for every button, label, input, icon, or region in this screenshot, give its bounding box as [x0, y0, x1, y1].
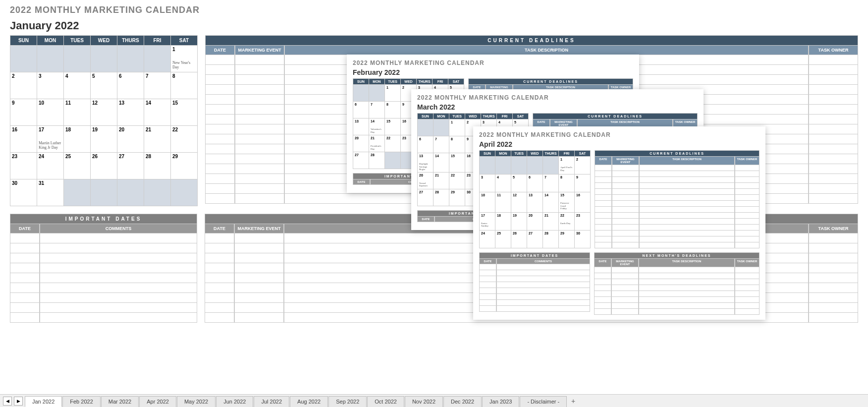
calendar-cell[interactable]: 27: [117, 153, 144, 179]
panel-row[interactable]: [594, 297, 760, 303]
calendar-cell[interactable]: 20Vernal Equinox: [418, 172, 434, 189]
calendar-cell[interactable]: [385, 152, 401, 169]
calendar-cell[interactable]: [511, 157, 527, 174]
panel-row[interactable]: [595, 225, 760, 231]
calendar-cell[interactable]: 15: [449, 153, 465, 173]
calendar-cell[interactable]: [480, 157, 495, 174]
calendar-cell[interactable]: 15Passover Good Friday: [559, 192, 575, 213]
calendar-cell[interactable]: 28: [144, 153, 171, 179]
panel-row[interactable]: [595, 183, 760, 189]
panel-row[interactable]: [595, 165, 760, 171]
calendar-cell[interactable]: 1April Fool's Day: [559, 157, 575, 174]
calendar-cell[interactable]: 1: [449, 119, 465, 136]
calendar-cell[interactable]: 10: [37, 99, 64, 126]
calendar-cell[interactable]: [91, 179, 117, 206]
calendar-cell[interactable]: 13: [353, 118, 369, 135]
calendar-cell[interactable]: [91, 46, 117, 72]
tab-nav-next[interactable]: ▶: [14, 397, 23, 406]
panel-row[interactable]: [479, 306, 590, 312]
calendar-cell[interactable]: 8: [385, 102, 401, 118]
sheet-tab[interactable]: - Disclaimer -: [520, 396, 567, 407]
calendar-cell[interactable]: 1New Year's Day: [171, 46, 198, 72]
calendar-cell[interactable]: 22: [385, 135, 401, 152]
panel-row[interactable]: [10, 313, 197, 323]
calendar-cell[interactable]: 19: [511, 212, 527, 230]
calendar-cell[interactable]: [64, 46, 91, 72]
calendar-cell[interactable]: [369, 85, 385, 102]
panel-row[interactable]: [595, 207, 760, 213]
panel-row[interactable]: [479, 282, 590, 288]
panel-row[interactable]: [10, 243, 197, 253]
sheet-tab[interactable]: Dec 2022: [443, 396, 482, 407]
calendar-cell[interactable]: [10, 46, 37, 72]
calendar-cell[interactable]: 11: [495, 192, 511, 213]
calendar-cell[interactable]: 23: [10, 153, 37, 179]
calendar-cell[interactable]: [144, 46, 171, 72]
panel-row[interactable]: [10, 233, 197, 243]
panel-row[interactable]: [594, 279, 760, 285]
calendar-cell[interactable]: [64, 179, 91, 206]
calendar-cell[interactable]: [117, 46, 144, 72]
sheet-tab[interactable]: Feb 2022: [62, 396, 100, 407]
panel-row[interactable]: [595, 177, 760, 183]
calendar-cell[interactable]: 27: [527, 230, 543, 248]
calendar-cell[interactable]: 19: [91, 126, 117, 153]
calendar-cell[interactable]: 8: [171, 72, 198, 99]
calendar-cell[interactable]: 13: [527, 192, 543, 213]
panel-row[interactable]: [594, 309, 760, 315]
panel-row[interactable]: [10, 263, 197, 273]
calendar-cell[interactable]: 29: [449, 189, 465, 206]
calendar-cell[interactable]: 6: [527, 174, 543, 192]
sheet-tab[interactable]: Aug 2022: [290, 396, 328, 407]
panel-row[interactable]: [479, 294, 590, 300]
calendar-cell[interactable]: 28: [369, 152, 385, 169]
calendar-cell[interactable]: 27: [353, 152, 369, 169]
calendar-cell[interactable]: 25: [495, 230, 511, 248]
calendar-cell[interactable]: 5: [511, 174, 527, 192]
calendar-cell[interactable]: 22: [171, 126, 198, 153]
calendar-cell[interactable]: 24: [480, 230, 495, 248]
calendar-cell[interactable]: 8: [559, 174, 575, 192]
sheet-tab[interactable]: Jul 2022: [254, 396, 289, 407]
calendar-cell[interactable]: 18: [64, 126, 91, 153]
sheet-tab[interactable]: Oct 2022: [367, 396, 404, 407]
calendar-cell[interactable]: 8: [449, 136, 465, 153]
calendar-cell[interactable]: 7: [434, 136, 449, 153]
panel-row[interactable]: [10, 283, 197, 293]
panel-row[interactable]: [479, 276, 590, 282]
calendar-cell[interactable]: 15: [171, 99, 198, 126]
calendar-cell[interactable]: 29: [171, 153, 198, 179]
calendar-cell[interactable]: 2: [10, 72, 37, 99]
calendar-cell[interactable]: 3: [480, 174, 495, 192]
calendar-cell[interactable]: 15: [385, 118, 401, 135]
calendar-cell[interactable]: 25: [64, 153, 91, 179]
calendar-cell[interactable]: [171, 179, 198, 206]
panel-row[interactable]: [594, 273, 760, 279]
panel-row[interactable]: [595, 236, 760, 242]
calendar-cell[interactable]: 11: [64, 99, 91, 126]
calendar-cell[interactable]: 12: [511, 192, 527, 213]
calendar-cell[interactable]: [117, 179, 144, 206]
panel-row[interactable]: [595, 231, 760, 236]
calendar-cell[interactable]: 17Martin Luther King Jr Day: [37, 126, 64, 153]
calendar-cell[interactable]: 18: [495, 212, 511, 230]
calendar-cell[interactable]: 29: [559, 230, 575, 248]
panel-row[interactable]: [594, 291, 760, 297]
panel-row[interactable]: [479, 300, 590, 306]
panel-row[interactable]: [595, 171, 760, 177]
panel-row[interactable]: [595, 213, 760, 219]
calendar-cell[interactable]: 7: [144, 72, 171, 99]
calendar-cell[interactable]: 9: [10, 99, 37, 126]
calendar-cell[interactable]: 16: [10, 126, 37, 153]
calendar-cell[interactable]: 23: [575, 212, 591, 230]
calendar-cell[interactable]: 28: [434, 189, 449, 206]
calendar-cell[interactable]: 14Valentine's Day: [369, 118, 385, 135]
calendar-cell[interactable]: 28: [543, 230, 559, 248]
calendar-cell[interactable]: [434, 119, 449, 136]
calendar-cell[interactable]: 1: [385, 85, 401, 102]
sheet-tab[interactable]: Jan 2023: [482, 396, 519, 407]
calendar-cell[interactable]: 7: [543, 174, 559, 192]
calendar-cell[interactable]: [527, 157, 543, 174]
panel-row[interactable]: [479, 288, 590, 294]
calendar-cell[interactable]: 21: [543, 212, 559, 230]
